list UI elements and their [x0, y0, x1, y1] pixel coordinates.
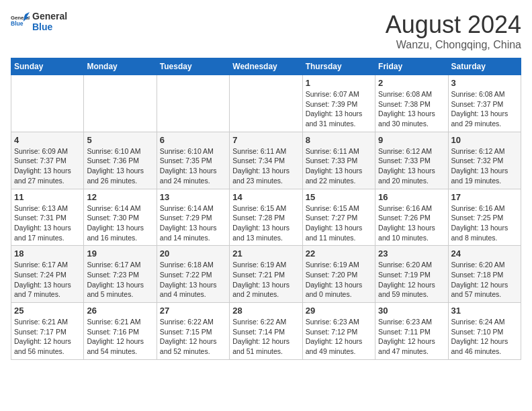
day-number: 29 [306, 306, 372, 316]
weekday-header: Thursday [302, 58, 375, 75]
day-info: Sunrise: 6:17 AM Sunset: 7:23 PM Dayligh… [87, 260, 153, 300]
day-number: 25 [14, 306, 81, 316]
day-info: Sunrise: 6:24 AM Sunset: 7:10 PM Dayligh… [451, 317, 518, 357]
calendar-week-row: 4Sunrise: 6:09 AM Sunset: 7:37 PM Daylig… [11, 132, 521, 189]
calendar-cell: 14Sunrise: 6:15 AM Sunset: 7:28 PM Dayli… [230, 189, 302, 246]
page-header: General Blue General Blue August 2024 Wa… [11, 11, 521, 51]
day-info: Sunrise: 6:10 AM Sunset: 7:35 PM Dayligh… [160, 146, 226, 186]
day-number: 4 [14, 135, 81, 145]
logo: General Blue General Blue [11, 11, 67, 32]
day-number: 24 [451, 248, 518, 259]
day-number: 3 [451, 78, 518, 88]
calendar-cell: 13Sunrise: 6:14 AM Sunset: 7:29 PM Dayli… [157, 189, 229, 246]
subtitle: Wanzu, Chongqing, China [386, 39, 521, 51]
day-number: 31 [451, 306, 518, 316]
day-number: 28 [232, 306, 299, 316]
day-number: 12 [87, 192, 153, 202]
weekday-header: Wednesday [230, 58, 302, 75]
calendar-cell: 29Sunrise: 6:23 AM Sunset: 7:12 PM Dayli… [302, 303, 375, 360]
day-info: Sunrise: 6:09 AM Sunset: 7:37 PM Dayligh… [14, 146, 81, 186]
day-info: Sunrise: 6:16 AM Sunset: 7:25 PM Dayligh… [451, 203, 518, 243]
calendar-cell: 17Sunrise: 6:16 AM Sunset: 7:25 PM Dayli… [448, 189, 521, 246]
calendar-cell: 11Sunrise: 6:13 AM Sunset: 7:31 PM Dayli… [11, 189, 84, 246]
day-info: Sunrise: 6:12 AM Sunset: 7:33 PM Dayligh… [378, 146, 445, 186]
calendar-week-row: 1Sunrise: 6:07 AM Sunset: 7:39 PM Daylig… [11, 75, 521, 132]
weekday-header: Monday [84, 58, 157, 75]
logo-text-general: General [32, 11, 67, 21]
calendar-week-row: 11Sunrise: 6:13 AM Sunset: 7:31 PM Dayli… [11, 189, 521, 246]
calendar-cell: 25Sunrise: 6:21 AM Sunset: 7:17 PM Dayli… [11, 303, 84, 360]
logo-icon: General Blue [11, 12, 30, 31]
calendar-cell: 5Sunrise: 6:10 AM Sunset: 7:36 PM Daylig… [84, 132, 157, 189]
day-number: 15 [306, 192, 372, 202]
day-info: Sunrise: 6:14 AM Sunset: 7:29 PM Dayligh… [160, 203, 226, 243]
day-number: 6 [160, 135, 226, 145]
weekday-header: Friday [375, 58, 448, 75]
day-number: 22 [306, 248, 372, 259]
day-info: Sunrise: 6:14 AM Sunset: 7:30 PM Dayligh… [87, 203, 153, 243]
calendar-table: SundayMondayTuesdayWednesdayThursdayFrid… [11, 58, 521, 360]
day-info: Sunrise: 6:10 AM Sunset: 7:36 PM Dayligh… [87, 146, 153, 186]
calendar-cell [84, 75, 157, 132]
calendar-cell: 10Sunrise: 6:12 AM Sunset: 7:32 PM Dayli… [448, 132, 521, 189]
calendar-cell: 22Sunrise: 6:19 AM Sunset: 7:20 PM Dayli… [302, 246, 375, 303]
day-number: 9 [378, 135, 445, 145]
day-info: Sunrise: 6:20 AM Sunset: 7:19 PM Dayligh… [378, 260, 445, 300]
calendar-cell: 30Sunrise: 6:23 AM Sunset: 7:11 PM Dayli… [375, 303, 448, 360]
day-info: Sunrise: 6:20 AM Sunset: 7:18 PM Dayligh… [451, 260, 518, 300]
day-number: 19 [87, 248, 153, 259]
calendar-cell: 19Sunrise: 6:17 AM Sunset: 7:23 PM Dayli… [84, 246, 157, 303]
weekday-header: Sunday [11, 58, 84, 75]
day-number: 13 [160, 192, 226, 202]
weekday-header: Saturday [448, 58, 521, 75]
calendar-cell: 18Sunrise: 6:17 AM Sunset: 7:24 PM Dayli… [11, 246, 84, 303]
calendar-cell: 9Sunrise: 6:12 AM Sunset: 7:33 PM Daylig… [375, 132, 448, 189]
day-info: Sunrise: 6:12 AM Sunset: 7:32 PM Dayligh… [451, 146, 518, 186]
main-title: August 2024 [386, 11, 521, 39]
day-number: 8 [306, 135, 372, 145]
calendar-cell [11, 75, 84, 132]
calendar-cell: 27Sunrise: 6:22 AM Sunset: 7:15 PM Dayli… [157, 303, 229, 360]
day-info: Sunrise: 6:13 AM Sunset: 7:31 PM Dayligh… [14, 203, 81, 243]
calendar-cell: 3Sunrise: 6:08 AM Sunset: 7:37 PM Daylig… [448, 75, 521, 132]
day-number: 20 [160, 248, 226, 259]
day-info: Sunrise: 6:23 AM Sunset: 7:12 PM Dayligh… [306, 317, 372, 357]
calendar-cell: 20Sunrise: 6:18 AM Sunset: 7:22 PM Dayli… [157, 246, 229, 303]
calendar-cell: 1Sunrise: 6:07 AM Sunset: 7:39 PM Daylig… [302, 75, 375, 132]
calendar-cell: 28Sunrise: 6:22 AM Sunset: 7:14 PM Dayli… [230, 303, 302, 360]
day-info: Sunrise: 6:21 AM Sunset: 7:17 PM Dayligh… [14, 317, 81, 357]
day-info: Sunrise: 6:21 AM Sunset: 7:16 PM Dayligh… [87, 317, 153, 357]
day-info: Sunrise: 6:17 AM Sunset: 7:24 PM Dayligh… [14, 260, 81, 300]
calendar-cell [157, 75, 229, 132]
calendar-cell: 24Sunrise: 6:20 AM Sunset: 7:18 PM Dayli… [448, 246, 521, 303]
day-number: 27 [160, 306, 226, 316]
day-number: 16 [378, 192, 445, 202]
day-info: Sunrise: 6:15 AM Sunset: 7:27 PM Dayligh… [306, 203, 372, 243]
day-info: Sunrise: 6:08 AM Sunset: 7:37 PM Dayligh… [451, 89, 518, 129]
day-info: Sunrise: 6:19 AM Sunset: 7:21 PM Dayligh… [232, 260, 299, 300]
day-number: 17 [451, 192, 518, 202]
day-number: 23 [378, 248, 445, 259]
day-number: 21 [232, 248, 299, 259]
calendar-cell: 16Sunrise: 6:16 AM Sunset: 7:26 PM Dayli… [375, 189, 448, 246]
calendar-cell: 26Sunrise: 6:21 AM Sunset: 7:16 PM Dayli… [84, 303, 157, 360]
calendar-week-row: 25Sunrise: 6:21 AM Sunset: 7:17 PM Dayli… [11, 303, 521, 360]
calendar-cell: 21Sunrise: 6:19 AM Sunset: 7:21 PM Dayli… [230, 246, 302, 303]
logo-text-blue: Blue [32, 21, 67, 32]
day-number: 2 [378, 78, 445, 88]
day-info: Sunrise: 6:08 AM Sunset: 7:38 PM Dayligh… [378, 89, 445, 129]
svg-text:Blue: Blue [11, 20, 24, 27]
day-info: Sunrise: 6:16 AM Sunset: 7:26 PM Dayligh… [378, 203, 445, 243]
day-info: Sunrise: 6:07 AM Sunset: 7:39 PM Dayligh… [306, 89, 372, 129]
day-info: Sunrise: 6:23 AM Sunset: 7:11 PM Dayligh… [378, 317, 445, 357]
day-number: 14 [232, 192, 299, 202]
calendar-cell: 2Sunrise: 6:08 AM Sunset: 7:38 PM Daylig… [375, 75, 448, 132]
calendar-cell: 23Sunrise: 6:20 AM Sunset: 7:19 PM Dayli… [375, 246, 448, 303]
day-number: 11 [14, 192, 81, 202]
calendar-cell: 4Sunrise: 6:09 AM Sunset: 7:37 PM Daylig… [11, 132, 84, 189]
calendar-cell: 31Sunrise: 6:24 AM Sunset: 7:10 PM Dayli… [448, 303, 521, 360]
title-block: August 2024 Wanzu, Chongqing, China [386, 11, 521, 51]
day-number: 18 [14, 248, 81, 259]
day-number: 26 [87, 306, 153, 316]
calendar-header-row: SundayMondayTuesdayWednesdayThursdayFrid… [11, 58, 521, 75]
